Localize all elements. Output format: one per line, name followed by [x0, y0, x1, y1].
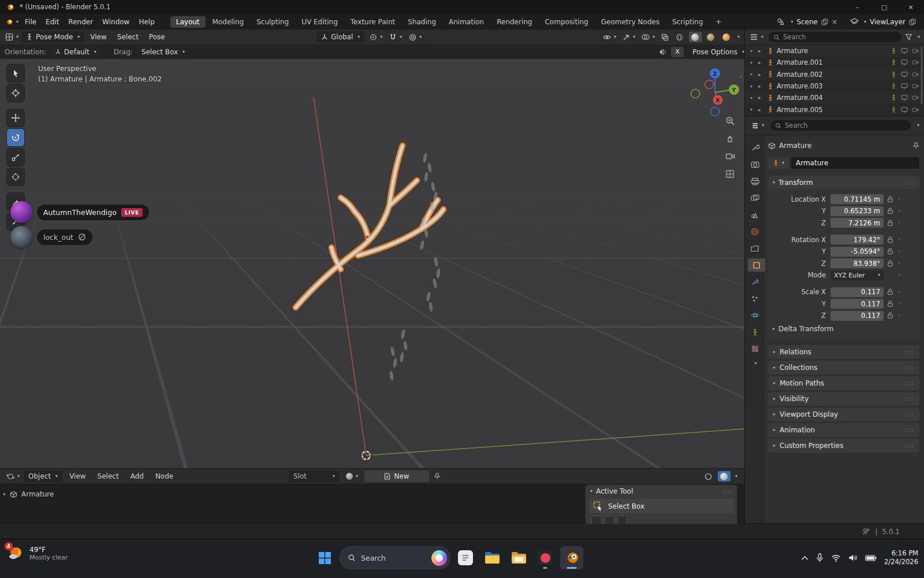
- outliner-editor-type-button[interactable]: ▾: [749, 32, 765, 42]
- pose-icon[interactable]: [891, 94, 897, 101]
- tool-mode-strip[interactable]: [591, 516, 737, 524]
- tab-scene[interactable]: [746, 208, 763, 221]
- workspace-tab-modeling[interactable]: Modeling: [207, 16, 250, 28]
- field-location-x[interactable]: 0.71145 m: [830, 194, 884, 204]
- properties-search-input[interactable]: Search: [770, 120, 911, 131]
- gizmo-neg-z[interactable]: [711, 108, 720, 116]
- workspace-tab-texture-paint[interactable]: Texture Paint: [345, 16, 401, 28]
- menu-edit[interactable]: Edit: [41, 18, 64, 26]
- lock-icon[interactable]: [887, 236, 893, 243]
- sidebar-toggle[interactable]: ‹: [740, 73, 742, 80]
- expand-chevron[interactable]: ▸: [758, 48, 764, 54]
- overlays-button[interactable]: ▾: [640, 32, 657, 42]
- properties-editor-type-button[interactable]: ▾: [750, 121, 766, 131]
- lock-icon[interactable]: [887, 288, 893, 295]
- outliner-scrollbar[interactable]: [921, 47, 923, 105]
- object-name[interactable]: Armature.005: [777, 106, 823, 114]
- copilot-icon[interactable]: [431, 550, 447, 566]
- snap-node-button[interactable]: [702, 471, 715, 481]
- field-rotation-x[interactable]: 179.42°: [830, 235, 884, 244]
- shading-material-button[interactable]: [705, 32, 717, 42]
- mode-option-icon[interactable]: [617, 516, 627, 524]
- pin-icon[interactable]: [912, 142, 919, 149]
- tab-view-layer[interactable]: [746, 191, 763, 205]
- lock-icon[interactable]: [887, 301, 893, 307]
- active-tool-row[interactable]: Select Box: [589, 499, 733, 513]
- gizmo-neg-y[interactable]: [691, 90, 700, 98]
- tab-modifiers[interactable]: [746, 275, 763, 288]
- mode-selector[interactable]: Pose Mode ▾: [21, 31, 84, 43]
- mode-option-icon[interactable]: [591, 516, 602, 524]
- wifi-icon[interactable]: [831, 554, 841, 562]
- taskbar-search[interactable]: Search: [340, 546, 450, 569]
- lock-icon[interactable]: [887, 260, 893, 267]
- ne-menu-add[interactable]: Add: [126, 472, 148, 480]
- render-visibility-icon[interactable]: [912, 95, 919, 101]
- material-browse-button[interactable]: ▾: [344, 472, 360, 481]
- outliner-row[interactable]: • ▸ Armature.004: [745, 92, 924, 103]
- mode-option-icon[interactable]: [604, 516, 614, 524]
- ne-menu-node[interactable]: Node: [151, 472, 178, 480]
- orientation-dropdown[interactable]: Default ▾: [50, 46, 101, 58]
- viewport-visibility-icon[interactable]: [901, 83, 908, 89]
- workspace-tab-animation[interactable]: Animation: [443, 16, 490, 28]
- tab-output[interactable]: [746, 175, 763, 188]
- viewport-visibility-icon[interactable]: [901, 72, 908, 77]
- pan-button[interactable]: [722, 131, 737, 146]
- gizmos-button[interactable]: ▾: [621, 32, 637, 42]
- outliner-row[interactable]: • ▸ Armature.002: [745, 69, 924, 80]
- field-location-y[interactable]: 0.65233 m: [830, 206, 884, 216]
- lock-icon[interactable]: [887, 220, 893, 227]
- tab-collection[interactable]: [746, 242, 763, 255]
- shader-editor-type-button[interactable]: ▾: [5, 472, 21, 481]
- minimize-button[interactable]: –: [844, 0, 871, 14]
- workspace-tab-compositing[interactable]: Compositing: [539, 16, 594, 28]
- taskbar-clock[interactable]: 6:16 PM 2/24/2026: [884, 549, 918, 566]
- tool-scale[interactable]: [7, 149, 24, 166]
- tool-cursor[interactable]: [7, 84, 24, 102]
- slot-dropdown[interactable]: Slot ▾: [289, 470, 340, 482]
- object-name[interactable]: Armature.002: [777, 71, 823, 79]
- taskbar-discord[interactable]: [534, 546, 557, 569]
- copy-icon[interactable]: [909, 18, 916, 25]
- outliner-search-input[interactable]: Search: [769, 32, 901, 42]
- tab-physics[interactable]: [746, 309, 763, 322]
- pose-options-dropdown[interactable]: Pose Options ▾: [688, 46, 749, 58]
- pin-icon[interactable]: [434, 473, 441, 480]
- panel-grip-icon[interactable]: ::::: [722, 488, 732, 495]
- animate-dot-icon[interactable]: ◦: [897, 312, 901, 320]
- viewport-visibility-icon[interactable]: [901, 107, 908, 113]
- field-scale-z[interactable]: 0.117: [830, 311, 884, 321]
- outliner-row[interactable]: • ▸ Armature.003: [745, 80, 924, 92]
- workspace-tab-scripting[interactable]: Scripting: [666, 16, 709, 28]
- panel-grip-icon[interactable]: ::::: [905, 179, 915, 186]
- animate-dot-icon[interactable]: ◦: [897, 260, 901, 267]
- panel-grip-icon[interactable]: ::::: [904, 427, 914, 433]
- section-relations[interactable]: ▸Relations::::: [768, 345, 919, 359]
- tab-particles[interactable]: [746, 292, 763, 305]
- menu-window[interactable]: Window: [98, 18, 134, 26]
- expand-chevron[interactable]: ▸: [758, 60, 764, 65]
- render-visibility-icon[interactable]: [912, 83, 919, 89]
- ortho-toggle-button[interactable]: [722, 166, 737, 181]
- menu-select[interactable]: Select: [113, 33, 143, 41]
- render-visibility-icon[interactable]: [912, 60, 919, 65]
- viewport-visibility-icon[interactable]: [901, 95, 908, 101]
- animate-dot-icon[interactable]: ◦: [897, 300, 901, 307]
- xray-toggle[interactable]: [660, 32, 670, 42]
- menu-pose[interactable]: Pose: [144, 33, 170, 41]
- section-viewport-display[interactable]: ▸Viewport Display::::: [768, 407, 919, 421]
- lock-icon[interactable]: [887, 196, 893, 203]
- menu-file[interactable]: File: [20, 18, 41, 26]
- menu-help[interactable]: Help: [134, 18, 159, 26]
- pivot-point-button[interactable]: ▾: [368, 32, 384, 42]
- workspace-tab-rendering[interactable]: Rendering: [491, 16, 538, 28]
- unlink-icon[interactable]: ×: [832, 18, 837, 26]
- outliner-row[interactable]: • ▸ Armature.001: [745, 57, 924, 68]
- field-location-z[interactable]: 7.2126 m: [830, 218, 884, 228]
- tab-tool[interactable]: [746, 141, 763, 154]
- pose-icon[interactable]: [891, 59, 897, 66]
- section-custom-properties[interactable]: ▸Custom Properties::::: [768, 439, 919, 453]
- object-name[interactable]: Armature.003: [777, 82, 823, 90]
- expand-chevron[interactable]: ▸: [758, 95, 764, 101]
